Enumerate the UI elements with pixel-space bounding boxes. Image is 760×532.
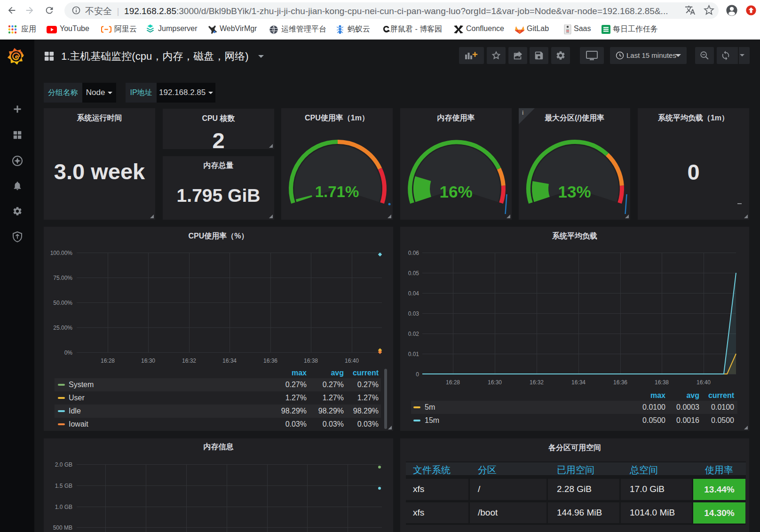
svg-text:25.00%: 25.00%	[53, 325, 72, 331]
svg-text:16:30: 16:30	[141, 357, 155, 364]
svg-text:0.02: 0.02	[408, 331, 420, 337]
svg-text:16:34: 16:34	[571, 379, 586, 386]
svg-text:0.06: 0.06	[408, 250, 420, 256]
svg-text:0.04: 0.04	[408, 290, 420, 297]
svg-text:50.00%: 50.00%	[53, 300, 72, 306]
svg-text:1.5 GB: 1.5 GB	[55, 483, 72, 489]
svg-text:0.05: 0.05	[408, 270, 420, 277]
svg-text:0: 0	[416, 371, 419, 378]
svg-text:0.01: 0.01	[408, 351, 420, 357]
svg-text:16:34: 16:34	[222, 357, 237, 364]
svg-text:1.0 GB: 1.0 GB	[55, 504, 72, 510]
svg-text:16:38: 16:38	[655, 379, 669, 386]
svg-text:0%: 0%	[64, 349, 73, 356]
svg-text:16:40: 16:40	[697, 379, 711, 386]
svg-text:16:36: 16:36	[263, 357, 277, 364]
svg-text:16:28: 16:28	[446, 379, 460, 386]
svg-text:16:28: 16:28	[101, 357, 115, 364]
svg-text:16:32: 16:32	[530, 379, 544, 386]
svg-text:100.00%: 100.00%	[50, 250, 73, 256]
svg-text:16:30: 16:30	[488, 379, 502, 386]
svg-text:16:32: 16:32	[182, 357, 196, 364]
svg-text:16:38: 16:38	[304, 357, 318, 364]
svg-text:0.03: 0.03	[408, 310, 420, 317]
svg-text:16:40: 16:40	[345, 357, 359, 364]
svg-text:16:36: 16:36	[613, 379, 627, 386]
svg-text:2.0 GB: 2.0 GB	[55, 461, 72, 468]
svg-text:500 MB: 500 MB	[53, 524, 72, 531]
svg-text:75.00%: 75.00%	[53, 275, 72, 281]
